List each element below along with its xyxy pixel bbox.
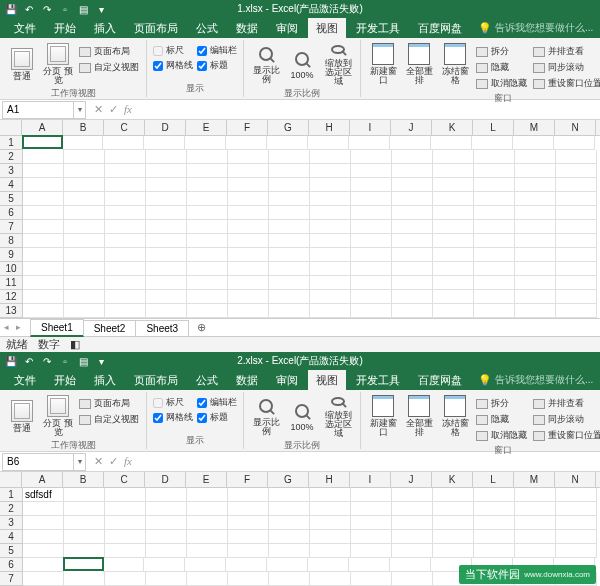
- cell-F2[interactable]: [228, 150, 269, 164]
- enter-icon[interactable]: ✓: [109, 103, 118, 116]
- sidebyside-button[interactable]: 并排查看: [532, 44, 600, 59]
- menu-file[interactable]: 文件: [6, 18, 44, 39]
- cell-D9[interactable]: [146, 248, 187, 262]
- cell-C3[interactable]: [105, 164, 146, 178]
- col-header-E[interactable]: E: [186, 120, 227, 135]
- cell-K7[interactable]: [433, 220, 474, 234]
- cell-M1[interactable]: [513, 136, 554, 150]
- cell-M3[interactable]: [515, 164, 556, 178]
- cell-M5[interactable]: [515, 544, 556, 558]
- cell-G3[interactable]: [269, 164, 310, 178]
- cell-J2[interactable]: [392, 150, 433, 164]
- reset-button[interactable]: 重设窗口位置: [532, 76, 600, 91]
- col-header-G[interactable]: G: [268, 472, 309, 487]
- cell-M10[interactable]: [515, 262, 556, 276]
- cell-F5[interactable]: [228, 192, 269, 206]
- cell-C1[interactable]: [105, 488, 146, 502]
- cell-E3[interactable]: [187, 516, 228, 530]
- enter-icon[interactable]: ✓: [109, 455, 118, 468]
- cell-I7[interactable]: [351, 572, 392, 586]
- cell-M11[interactable]: [515, 276, 556, 290]
- cell-J12[interactable]: [392, 290, 433, 304]
- cell-E4[interactable]: [187, 530, 228, 544]
- cell-H11[interactable]: [310, 276, 351, 290]
- cells-grid[interactable]: [23, 136, 597, 318]
- cell-H9[interactable]: [310, 248, 351, 262]
- cell-H5[interactable]: [310, 192, 351, 206]
- cell-H1[interactable]: [308, 136, 349, 150]
- cancel-icon[interactable]: ✕: [94, 103, 103, 116]
- cell-D11[interactable]: [146, 276, 187, 290]
- tell-me-search[interactable]: 💡告诉我您想要做什么...: [478, 21, 593, 35]
- cell-M7[interactable]: [515, 220, 556, 234]
- cell-B7[interactable]: [64, 220, 105, 234]
- cell-B2[interactable]: [64, 150, 105, 164]
- cell-I8[interactable]: [351, 234, 392, 248]
- cell-G4[interactable]: [269, 178, 310, 192]
- cell-F1[interactable]: [228, 488, 269, 502]
- cell-B3[interactable]: [64, 516, 105, 530]
- cell-B13[interactable]: [64, 304, 105, 318]
- cell-M1[interactable]: [515, 488, 556, 502]
- fx-icon[interactable]: fx: [124, 103, 132, 116]
- cell-G5[interactable]: [269, 544, 310, 558]
- cell-L5[interactable]: [474, 192, 515, 206]
- cell-H3[interactable]: [310, 164, 351, 178]
- cell-J11[interactable]: [392, 276, 433, 290]
- cell-J4[interactable]: [392, 178, 433, 192]
- cell-D3[interactable]: [146, 164, 187, 178]
- cell-F8[interactable]: [228, 234, 269, 248]
- new-window-button[interactable]: 新建窗口: [367, 394, 399, 438]
- cell-D6[interactable]: [144, 558, 185, 572]
- cell-C11[interactable]: [105, 276, 146, 290]
- menu-data[interactable]: 数据: [228, 370, 266, 391]
- col-header-J[interactable]: J: [391, 472, 432, 487]
- cell-D4[interactable]: [146, 178, 187, 192]
- col-header-N[interactable]: N: [555, 120, 596, 135]
- col-header-K[interactable]: K: [432, 472, 473, 487]
- row-header-3[interactable]: 3: [0, 516, 22, 530]
- row-header-5[interactable]: 5: [0, 192, 22, 206]
- cell-L7[interactable]: [474, 220, 515, 234]
- cell-A2[interactable]: [23, 150, 64, 164]
- cell-B6[interactable]: [63, 557, 104, 571]
- cell-K5[interactable]: [433, 544, 474, 558]
- cell-K8[interactable]: [433, 234, 474, 248]
- cell-K9[interactable]: [433, 248, 474, 262]
- cell-C3[interactable]: [105, 516, 146, 530]
- row-header-11[interactable]: 11: [0, 276, 22, 290]
- hide-button[interactable]: 隐藏: [475, 412, 528, 427]
- cell-H13[interactable]: [310, 304, 351, 318]
- cell-I5[interactable]: [351, 192, 392, 206]
- sheet-tab-Sheet3[interactable]: Sheet3: [135, 320, 189, 336]
- name-box-dropdown[interactable]: ▾: [74, 101, 86, 119]
- cell-E4[interactable]: [187, 178, 228, 192]
- menu-formula[interactable]: 公式: [188, 18, 226, 39]
- cell-G1[interactable]: [269, 488, 310, 502]
- col-header-B[interactable]: B: [63, 472, 104, 487]
- cell-D10[interactable]: [146, 262, 187, 276]
- cell-F5[interactable]: [228, 544, 269, 558]
- cell-L2[interactable]: [474, 502, 515, 516]
- sheet-tab-Sheet1[interactable]: Sheet1: [30, 319, 84, 337]
- col-header-E[interactable]: E: [186, 472, 227, 487]
- cell-J2[interactable]: [392, 502, 433, 516]
- select-all-corner[interactable]: [0, 472, 22, 487]
- cell-F7[interactable]: [228, 220, 269, 234]
- menu-baidu[interactable]: 百度网盘: [410, 370, 470, 391]
- cell-C6[interactable]: [105, 206, 146, 220]
- cell-N1[interactable]: [554, 136, 595, 150]
- col-header-F[interactable]: F: [227, 120, 268, 135]
- cell-M3[interactable]: [515, 516, 556, 530]
- cell-A1[interactable]: sdfsdf: [23, 488, 64, 502]
- cancel-icon[interactable]: ✕: [94, 455, 103, 468]
- check-gridlines[interactable]: 网格线: [153, 59, 193, 72]
- cell-H4[interactable]: [310, 530, 351, 544]
- save-icon[interactable]: 💾: [4, 2, 18, 16]
- cell-G11[interactable]: [269, 276, 310, 290]
- cell-G7[interactable]: [269, 572, 310, 586]
- row-header-13[interactable]: 13: [0, 304, 22, 318]
- cell-C10[interactable]: [105, 262, 146, 276]
- cell-I6[interactable]: [349, 558, 390, 572]
- cell-E7[interactable]: [187, 572, 228, 586]
